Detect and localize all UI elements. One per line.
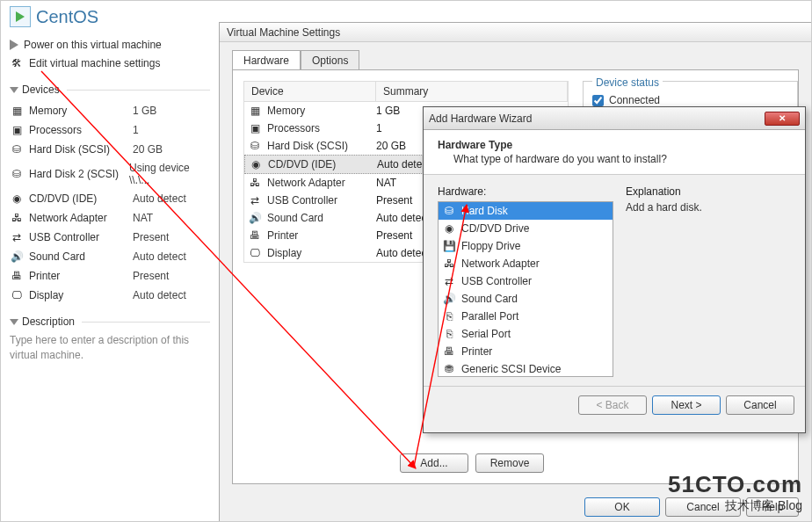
- device-status-legend: Device status: [592, 76, 663, 89]
- scsi-icon: ⛃: [442, 362, 456, 376]
- hardware-list-item[interactable]: 🖶Printer: [439, 343, 613, 360]
- wizard-subheading: What type of hardware do you want to ins…: [453, 153, 791, 165]
- hardware-item-label: Floppy Drive: [461, 240, 520, 252]
- hardware-item-label: Hard Disk: [461, 205, 508, 217]
- wrench-icon: 🛠: [10, 56, 24, 70]
- device-name: Memory: [267, 105, 305, 117]
- hardware-item-label: CD/DVD Drive: [461, 222, 529, 235]
- device-name: Sound Card: [267, 212, 323, 224]
- device-name: CD/DVD (IDE): [29, 192, 127, 205]
- add-remove-bar: Add... Remove: [400, 453, 544, 473]
- device-name: Display: [267, 247, 301, 259]
- hardware-item-label: Network Adapter: [461, 257, 540, 270]
- cancel-button[interactable]: Cancel: [665, 497, 741, 517]
- hdd-icon: ⛁: [10, 142, 24, 156]
- device-name: Printer: [29, 270, 127, 282]
- cd-icon: ◉: [10, 192, 24, 206]
- device-value: Auto detect: [133, 192, 186, 205]
- wizard-heading: Hardware Type: [438, 139, 791, 151]
- sidebar-device-row[interactable]: ▣Processors1: [10, 120, 210, 140]
- sidebar-device-row[interactable]: ⛁Hard Disk (SCSI)20 GB: [10, 140, 210, 159]
- next-button[interactable]: Next >: [652, 395, 721, 415]
- cpu-icon: ▣: [248, 121, 262, 135]
- hardware-item-label: Serial Port: [461, 328, 511, 340]
- hardware-list-item[interactable]: ⎘Serial Port: [439, 325, 613, 343]
- devices-header-label: Devices: [22, 83, 60, 96]
- cd-icon: ◉: [442, 221, 456, 236]
- settings-titlebar: Virtual Machine Settings: [220, 23, 811, 42]
- description-section-header[interactable]: Description: [10, 315, 210, 328]
- printer-icon: 🖶: [248, 228, 262, 243]
- description-placeholder[interactable]: Type here to enter a description of this…: [10, 333, 210, 363]
- sound-icon: 🔊: [10, 250, 24, 264]
- sidebar-device-row[interactable]: ▦Memory1 GB: [10, 101, 210, 120]
- hdd-icon: ⛁: [442, 204, 456, 218]
- settings-footer-buttons: OK Cancel Help: [584, 497, 799, 517]
- vm-logo-icon: [10, 6, 31, 27]
- sound-icon: 🔊: [442, 292, 456, 306]
- device-name: CD/DVD (IDE): [268, 158, 336, 170]
- device-name: Sound Card: [29, 250, 127, 263]
- hdd-icon: ⛁: [10, 167, 24, 181]
- col-summary[interactable]: Summary: [376, 82, 568, 101]
- hardware-list[interactable]: ⛁Hard Disk◉CD/DVD Drive💾Floppy Drive🖧Net…: [438, 201, 613, 377]
- device-name: USB Controller: [29, 231, 127, 243]
- device-name: Network Adapter: [29, 212, 127, 224]
- hardware-list-item[interactable]: 🔊Sound Card: [439, 290, 613, 308]
- hardware-item-label: USB Controller: [461, 275, 532, 287]
- explanation-text: Add a hard disk.: [626, 201, 791, 214]
- device-value: Using device \\.\...: [129, 162, 210, 186]
- edit-settings-link[interactable]: 🛠 Edit virtual machine settings: [10, 54, 210, 73]
- cpu-icon: ▣: [10, 123, 24, 137]
- hardware-item-label: Parallel Port: [461, 310, 518, 323]
- power-on-action[interactable]: Power on this virtual machine: [10, 36, 210, 54]
- wizard-cancel-button[interactable]: Cancel: [726, 395, 794, 415]
- connected-checkbox[interactable]: [592, 95, 604, 106]
- sidebar-device-row[interactable]: ◉CD/DVD (IDE)Auto detect: [10, 189, 210, 208]
- add-button[interactable]: Add...: [400, 453, 468, 473]
- device-table-header: Device Summary: [244, 82, 568, 102]
- hardware-list-item[interactable]: ⛁Hard Disk: [439, 202, 613, 220]
- net-icon: 🖧: [10, 211, 24, 225]
- sidebar-device-row[interactable]: 🖵DisplayAuto detect: [10, 286, 210, 305]
- sidebar-device-row[interactable]: 🖶PrinterPresent: [10, 266, 210, 286]
- hdd-icon: ⛁: [248, 139, 262, 153]
- sidebar-device-row[interactable]: ⛁Hard Disk 2 (SCSI)Using device \\.\...: [10, 159, 210, 189]
- hardware-list-item[interactable]: 🖧Network Adapter: [439, 255, 613, 272]
- tab-options[interactable]: Options: [301, 50, 359, 70]
- sidebar-device-list: ▦Memory1 GB▣Processors1⛁Hard Disk (SCSI)…: [10, 101, 210, 305]
- devices-section-header[interactable]: Devices: [10, 83, 210, 96]
- device-name: Processors: [29, 124, 127, 136]
- sidebar-device-row[interactable]: 🔊Sound CardAuto detect: [10, 247, 210, 266]
- device-value: Present: [133, 231, 169, 243]
- tab-hardware[interactable]: Hardware: [232, 50, 301, 70]
- hardware-list-item[interactable]: ◉CD/DVD Drive: [439, 220, 613, 237]
- hardware-list-item[interactable]: ⇄USB Controller: [439, 272, 613, 290]
- device-name: Printer: [267, 229, 298, 242]
- power-on-label: Power on this virtual machine: [24, 39, 162, 51]
- sidebar-device-row[interactable]: ⇄USB ControllerPresent: [10, 228, 210, 247]
- device-name: Hard Disk (SCSI): [267, 140, 348, 152]
- usb-icon: ⇄: [248, 193, 262, 207]
- wizard-header: Hardware Type What type of hardware do y…: [424, 130, 805, 175]
- remove-button[interactable]: Remove: [475, 453, 544, 473]
- settings-title-text: Virtual Machine Settings: [227, 26, 340, 39]
- close-button[interactable]: ✕: [765, 112, 800, 126]
- sidebar-device-row[interactable]: 🖧Network AdapterNAT: [10, 208, 210, 228]
- printer-icon: 🖶: [10, 269, 24, 283]
- device-value: Auto detect: [133, 289, 186, 301]
- device-value: Auto detect: [133, 250, 186, 263]
- help-button[interactable]: Help: [746, 497, 799, 517]
- display-icon: 🖵: [10, 288, 24, 302]
- device-name: Hard Disk (SCSI): [29, 143, 127, 156]
- wizard-titlebar[interactable]: Add Hardware Wizard ✕: [424, 107, 805, 130]
- col-device[interactable]: Device: [244, 82, 376, 101]
- net-icon: 🖧: [442, 257, 456, 271]
- connected-checkbox-row[interactable]: Connected: [592, 94, 788, 106]
- play-icon: [10, 40, 18, 50]
- hardware-list-item[interactable]: 💾Floppy Drive: [439, 237, 613, 255]
- edit-settings-label: Edit virtual machine settings: [29, 57, 160, 69]
- ok-button[interactable]: OK: [584, 497, 660, 517]
- hardware-list-item[interactable]: ⛃Generic SCSI Device: [439, 360, 613, 377]
- hardware-list-item[interactable]: ⎘Parallel Port: [439, 308, 613, 325]
